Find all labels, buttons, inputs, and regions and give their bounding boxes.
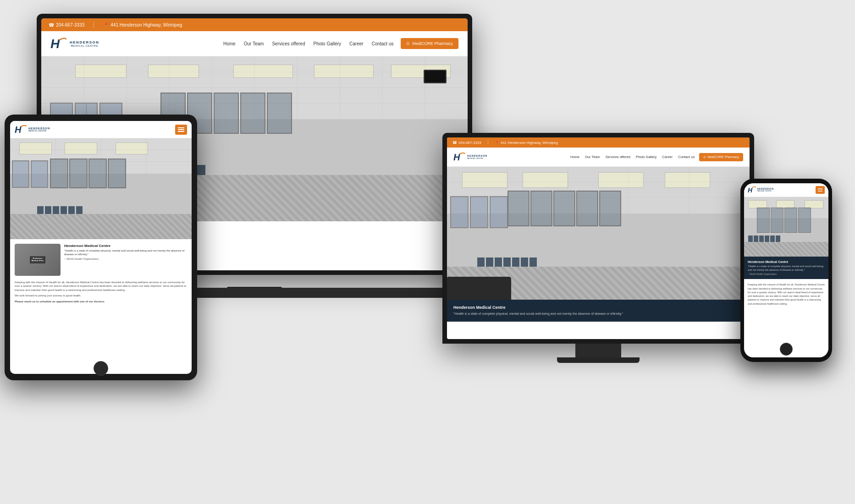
tab-chair-2 — [45, 206, 51, 214]
phone-icon: ☎ — [49, 22, 54, 27]
mon-chair-7 — [530, 257, 537, 267]
monitor-nav-contact[interactable]: Contact us — [678, 155, 695, 159]
phone-content-section: Henderson Medical Centre "Health is a st… — [744, 257, 828, 279]
monitor-nav-home[interactable]: Home — [570, 155, 579, 159]
monitor-hero — [447, 167, 750, 300]
monitor-logo-svg: H — [453, 150, 465, 164]
monitor-diamond-windows — [507, 191, 734, 226]
ph-chair-6 — [776, 236, 780, 242]
monitor-nav-team[interactable]: Our Team — [585, 155, 600, 159]
chair-8 — [197, 165, 205, 175]
nav-home[interactable]: Home — [223, 41, 236, 46]
monitor-nav-services[interactable]: Services offered — [606, 155, 630, 159]
tablet-home-button[interactable] — [94, 361, 108, 376]
topbar-divider — [94, 22, 94, 28]
mon-win-1 — [450, 196, 469, 228]
monitor-nav-gallery[interactable]: Photo Gallery — [636, 155, 656, 159]
tablet-hamburger-button[interactable] — [175, 125, 187, 135]
nav-gallery[interactable]: Photo Gallery — [313, 41, 341, 46]
phone-hamburger-button[interactable] — [816, 186, 825, 194]
nav-our-team[interactable]: Our Team — [244, 41, 264, 46]
nav-services[interactable]: Services offered — [272, 41, 305, 46]
mon-dwin-3 — [553, 191, 575, 226]
tab-chair-6 — [76, 206, 83, 214]
monitor-circle-icon: ⊙ — [703, 155, 706, 159]
phone-body-text: Keeping with the mission of Health for a… — [748, 283, 825, 306]
phone-light-2 — [776, 200, 794, 208]
medicore-button[interactable]: ⊙ MediCORE Pharmacy — [401, 38, 458, 49]
tab-chair-5 — [68, 206, 75, 214]
svg-text:H: H — [50, 37, 60, 51]
monitor-pin-icon: 📍 — [495, 141, 499, 145]
tablet-section-title: Henderson Medical Centre — [64, 244, 187, 248]
monitor-nav-links: Home Our Team Services offered Photo Gal… — [570, 155, 695, 159]
tab-dwin-4 — [108, 159, 126, 188]
tablet-window-1 — [12, 160, 29, 188]
monitor-navbar: H HENDERSON MEDICAL CENTRE Home Our Team… — [447, 148, 750, 167]
tablet-content: HendersonMedical Clinic Henderson Medica… — [10, 239, 192, 308]
mon-dwin-2 — [530, 191, 552, 226]
phone-quote-attr: – World Health Organization. — [748, 273, 825, 275]
phone-body: H HENDERSON MEDICAL CENTRE — [740, 179, 832, 362]
logo-text-container: HENDERSON MEDICAL CENTRE — [70, 40, 99, 47]
diamond-window-3 — [214, 93, 239, 134]
tablet-windows — [12, 160, 48, 188]
mon-chair-5 — [512, 257, 519, 267]
monitor-base — [557, 357, 640, 363]
phone-ham-line-3 — [818, 191, 822, 192]
mon-win-3 — [490, 196, 508, 228]
phone-content-title: Henderson Medical Centre — [748, 260, 825, 263]
phone-logo-svg: H — [748, 185, 756, 195]
laptop-logo[interactable]: H HENDERSON MEDICAL CENTRE — [50, 34, 99, 53]
monitor-device: ☎ 204-667-3333 📍 441 Henderson Highway, … — [442, 133, 754, 371]
ph-chair-5 — [770, 236, 775, 242]
phone-logo-text: HENDERSON MEDICAL CENTRE — [757, 188, 774, 192]
clinic-sign-text: HendersonMedical Clinic — [32, 257, 44, 262]
tablet-hero — [10, 138, 192, 239]
pin-icon: 📍 — [103, 22, 109, 27]
tablet-body-text1: Keeping with the mission of Health for a… — [15, 280, 187, 292]
ceiling-tv — [424, 70, 447, 83]
tablet-body-text2: We look forward to joining your journey … — [15, 294, 187, 297]
nav-career[interactable]: Career — [349, 41, 364, 46]
monitor-nav-career[interactable]: Career — [662, 155, 673, 159]
ph-chair-4 — [765, 236, 769, 242]
tablet-quote-attr: – World Health Organization. — [64, 257, 187, 261]
scene: ☎ 204-667-3333 📍 441 Henderson Highway, … — [0, 0, 855, 504]
phone-home-button[interactable] — [780, 343, 793, 356]
laptop-address-info: 📍 441 Henderson Highway, Winnipeg — [103, 22, 182, 27]
tablet-body-cta: Please reach us to schedule an appointme… — [15, 300, 187, 303]
mon-win-2 — [470, 196, 488, 228]
phone-light-1 — [748, 200, 767, 208]
tablet-window-2 — [31, 160, 48, 188]
mon-dwin-1 — [507, 191, 530, 226]
monitor-content-section: Henderson Medical Centre "Health is a st… — [447, 300, 750, 322]
monitor-content-quote: "Health is a state of complete physical,… — [453, 312, 743, 316]
tab-chair-1 — [37, 206, 44, 214]
tablet-floor — [10, 214, 192, 239]
svg-text:H: H — [453, 152, 460, 162]
monitor-medicore-button[interactable]: ⊙ MediCORE Pharmacy — [699, 153, 743, 161]
tab-chair-4 — [61, 206, 67, 214]
tablet-device: H HENDERSON MEDICAL CENTRE — [5, 115, 197, 380]
ph-chair-3 — [759, 236, 764, 242]
phone-navbar: H HENDERSON MEDICAL CENTRE — [744, 183, 828, 197]
waiting-room-phone — [744, 197, 828, 257]
circle-icon: ⊙ — [406, 41, 410, 46]
phone-content-quote: "Health is a state of complete physical,… — [748, 265, 825, 272]
phone-body-section: Keeping with the mission of Health for a… — [744, 279, 828, 309]
phone-chairs — [748, 236, 780, 242]
mon-chair-6 — [521, 257, 528, 267]
tab-dwin-2 — [69, 159, 88, 188]
tablet-card: HendersonMedical Clinic Henderson Medica… — [15, 244, 187, 276]
tab-dwin-3 — [88, 159, 107, 188]
tablet-logo-text: HENDERSON MEDICAL CENTRE — [28, 127, 50, 132]
hamburger-line-2 — [178, 129, 184, 130]
phone-screen: H HENDERSON MEDICAL CENTRE — [744, 183, 828, 357]
ph-dwin-2 — [771, 208, 783, 233]
monitor-body: ☎ 204-667-3333 📍 441 Henderson Highway, … — [442, 133, 754, 344]
tablet-diamond-windows — [50, 159, 182, 188]
nav-contact[interactable]: Contact us — [372, 41, 394, 46]
waiting-room-monitor — [447, 167, 750, 300]
mon-chair-3 — [495, 257, 502, 267]
